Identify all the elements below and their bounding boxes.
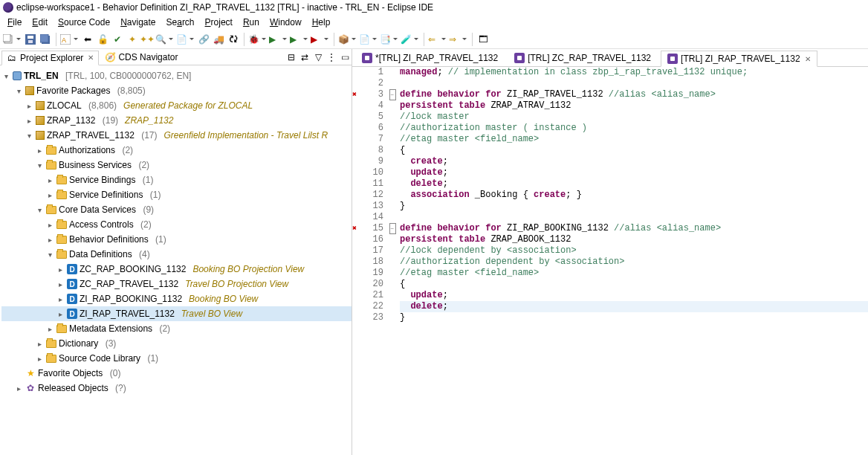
menu-edit[interactable]: Edit (27, 16, 52, 29)
code-line[interactable]: define behavior for ZI_RAP_TRAVEL_1132 /… (400, 89, 868, 100)
code-line[interactable]: //lock master (400, 112, 868, 123)
menu-navigate[interactable]: Navigate (116, 16, 160, 29)
code-line[interactable]: //authorization dependent by <associatio… (400, 256, 868, 268)
code-line[interactable]: persistent table ZRAP_ATRAV_1132 (400, 100, 868, 112)
menu-run[interactable]: Run (239, 16, 264, 29)
code-line[interactable]: delete; (400, 301, 868, 312)
code-line[interactable]: } (400, 312, 868, 323)
open-object-button[interactable]: 📄 (176, 33, 195, 46)
code-line[interactable]: delete; (400, 178, 868, 190)
tree-system-node[interactable]: ▾TRL_EN [TRL, 100, CB0000000762, EN] (1, 68, 352, 83)
nav-back-button[interactable]: ⇐ (428, 33, 447, 46)
code-line[interactable]: create; (400, 156, 868, 167)
collapse-all-icon[interactable]: ⊟ (286, 52, 297, 62)
editor-tab-zi-travel-dirty[interactable]: *[TRL] ZI_RAP_TRAVEL_1132 (355, 50, 505, 66)
tree-pkg-zrap[interactable]: ▸ZRAP_1132 (19)ZRAP_1132 (1, 113, 352, 128)
tree-released-objects[interactable]: ▸✿Released Objects (?) (1, 381, 352, 396)
tree-core-data-services[interactable]: ▾Core Data Services (9) (1, 202, 352, 217)
check-icon[interactable]: ✔ (111, 33, 124, 46)
tree-source-library[interactable]: ▸Source Code Library (1) (1, 351, 352, 366)
code-area[interactable]: managed; // implementation in class zbp_… (397, 67, 868, 455)
save-all-button[interactable] (39, 33, 52, 46)
code-line[interactable]: //authorization master ( instance ) (400, 123, 868, 134)
new-class-button[interactable]: 📄 (359, 33, 378, 46)
fold-toggle-icon[interactable]: − (389, 89, 396, 100)
code-line[interactable]: association _Booking { create; } (400, 190, 868, 201)
link-editor-icon[interactable]: 🔗 (197, 33, 210, 46)
tree-pkg-zlocal[interactable]: ▸ZLOCAL (8,806)Generated Package for ZLO… (1, 98, 352, 113)
project-tree[interactable]: ▾TRL_EN [TRL, 100, CB0000000762, EN] ▾Fa… (0, 65, 352, 455)
code-line[interactable]: managed; // implementation in class zbp_… (400, 67, 868, 78)
close-icon[interactable]: ✕ (88, 54, 94, 62)
tree-authorizations[interactable]: ▸Authorizations (2) (1, 143, 352, 158)
tree-business-services[interactable]: ▾Business Services (2) (1, 158, 352, 172)
editor-tab-zi-travel[interactable]: [TRL] ZI_RAP_TRAVEL_1132✕ (661, 51, 817, 67)
code-line[interactable] (400, 212, 868, 223)
code-line[interactable]: //lock dependent by <association> (400, 245, 868, 256)
save-button[interactable] (24, 33, 37, 46)
tree-service-definitions[interactable]: ▸Service Definitions (1) (1, 187, 352, 202)
menu-help[interactable]: Help (308, 16, 335, 29)
close-icon[interactable]: ✕ (805, 55, 811, 63)
menu-file[interactable]: File (3, 16, 26, 29)
error-icon[interactable] (352, 223, 364, 234)
code-line[interactable]: { (400, 145, 868, 156)
tree-behavior-definitions[interactable]: ▸Behavior Definitions (1) (1, 232, 352, 247)
menu-project[interactable]: Project (201, 16, 237, 29)
where-used-button[interactable]: 🔍 (155, 33, 175, 46)
debug-button[interactable]: 🐞 (248, 33, 268, 46)
code-line[interactable]: { (400, 279, 868, 290)
new-test-button[interactable]: 🧪 (401, 33, 420, 46)
code-line[interactable]: update; (400, 167, 868, 178)
tab-project-explorer[interactable]: 🗂 Project Explorer ✕ (1, 51, 99, 65)
tree-fav-packages[interactable]: ▾Favorite Packages (8,805) (1, 83, 352, 98)
new-pkg-button[interactable]: 📦 (338, 33, 357, 46)
abap-object-button[interactable]: A (60, 33, 80, 46)
code-line[interactable]: persistent table ZRAP_ABOOK_1132 (400, 234, 868, 245)
tree-dd-zc-travel[interactable]: ▸DZC_RAP_TRAVEL_1132Travel BO Projection… (1, 277, 352, 291)
tree-service-bindings[interactable]: ▸Service Bindings (1) (1, 172, 352, 187)
view-menu-icon[interactable]: ⋮ (326, 52, 337, 62)
tree-data-definitions[interactable]: ▾Data Definitions (4) (1, 247, 352, 262)
code-line[interactable]: //etag master <field_name> (400, 268, 868, 279)
minimize-icon[interactable]: ▭ (340, 52, 350, 62)
code-editor[interactable]: 1234567891011121314151617181920212223 −−… (352, 67, 868, 455)
tree-dd-zi-booking[interactable]: ▸DZI_RAP_BOOKING_1132Booking BO View (1, 291, 352, 306)
unlock-icon[interactable]: 🔓 (96, 33, 109, 46)
tree-access-controls[interactable]: ▸Access Controls (2) (1, 217, 352, 232)
fold-toggle-icon[interactable]: − (389, 223, 396, 234)
new-button[interactable] (3, 33, 22, 46)
code-line[interactable]: define behavior for ZI_RAP_BOOKING_1132 … (400, 223, 868, 234)
link-with-editor-icon[interactable]: ⇄ (299, 52, 310, 62)
tree-favorite-objects[interactable]: ★Favorite Objects (0) (1, 366, 352, 381)
code-line[interactable]: update; (400, 290, 868, 301)
filter-icon[interactable]: ▽ (313, 52, 323, 62)
run-button[interactable]: ▶ (269, 33, 288, 46)
line-number: 22 (364, 301, 383, 312)
new-prog-button[interactable]: 📑 (380, 33, 399, 46)
error-icon[interactable] (352, 89, 364, 100)
activate-icon[interactable]: ✦ (126, 33, 139, 46)
refresh-icon[interactable]: 🗘 (227, 33, 240, 46)
code-line[interactable] (400, 78, 868, 89)
tree-dd-zi-travel[interactable]: ▸DZI_RAP_TRAVEL_1132Travel BO View (1, 306, 352, 321)
tree-dictionary[interactable]: ▸Dictionary (3) (1, 336, 352, 351)
code-line[interactable]: } (400, 201, 868, 212)
transport-icon[interactable]: 🚚 (212, 33, 225, 46)
ext-tools-button[interactable]: ▶ (311, 33, 330, 46)
code-line[interactable]: //etag master <field_name> (400, 134, 868, 145)
perspective-button[interactable]: 🗔 (476, 33, 490, 46)
menu-window[interactable]: Window (265, 16, 306, 29)
coverage-button[interactable]: ▶ (290, 33, 309, 46)
nav-fwd-button[interactable]: ⇒ (449, 33, 468, 46)
menu-search[interactable]: Search (162, 16, 199, 29)
menu-source[interactable]: Source Code (54, 16, 114, 29)
tree-metadata-extensions[interactable]: ▸Metadata Extensions (2) (1, 321, 352, 336)
tab-cds-navigator[interactable]: 🧭 CDS Navigator (100, 51, 182, 64)
tree-pkg-ztravel[interactable]: ▾ZRAP_TRAVEL_1132 (17)Greenfield Impleme… (1, 128, 352, 143)
activate-all-icon[interactable]: ✦✦ (140, 33, 154, 46)
fold-column[interactable]: −− (388, 67, 397, 455)
back-nav-icon[interactable]: ⬅ (81, 33, 94, 46)
editor-tab-zc-travel[interactable]: [TRL] ZC_RAP_TRAVEL_1132 (508, 50, 658, 66)
tree-dd-zc-booking[interactable]: ▸DZC_RAP_BOOKING_1132Booking BO Projecti… (1, 262, 352, 277)
